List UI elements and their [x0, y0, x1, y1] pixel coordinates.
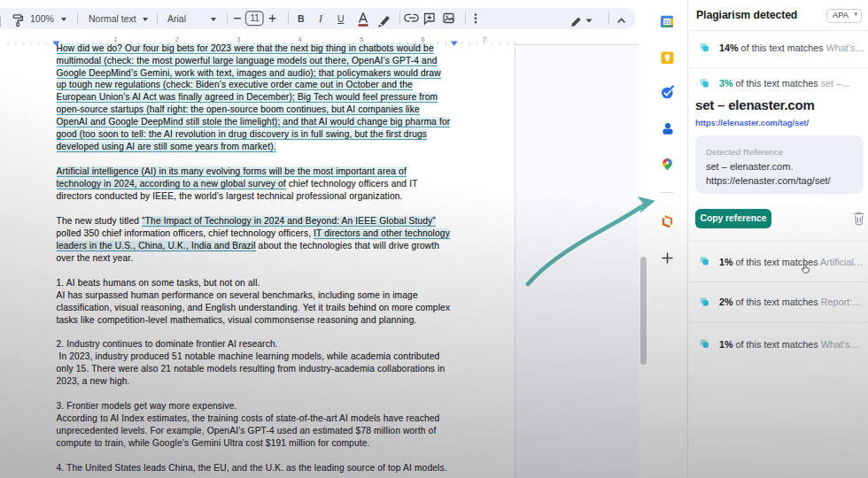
svg-text:3: 3: [236, 35, 240, 43]
svg-text:1: 1: [113, 35, 117, 43]
svg-text:31: 31: [664, 19, 670, 25]
svg-text:7: 7: [483, 35, 486, 43]
svg-text:6: 6: [421, 35, 424, 43]
svg-text:5: 5: [360, 35, 363, 43]
svg-text:2: 2: [175, 35, 179, 43]
svg-text:4: 4: [298, 35, 302, 43]
